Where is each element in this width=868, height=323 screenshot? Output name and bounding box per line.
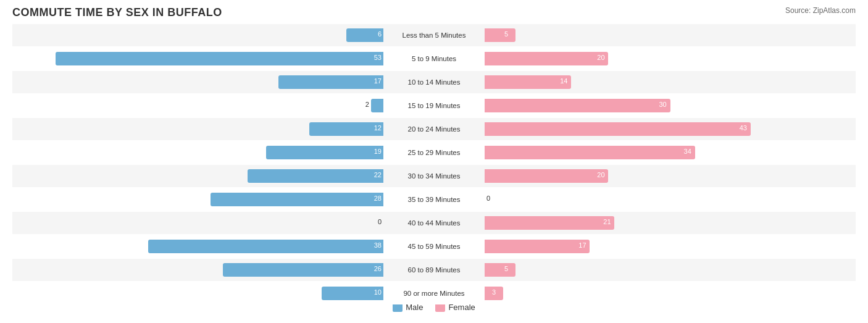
male-value: 19 (374, 148, 383, 155)
female-bar (485, 52, 608, 65)
male-bar (223, 263, 383, 277)
male-value: 12 (374, 124, 383, 132)
female-value: 30 (659, 101, 667, 108)
row-label: 35 to 39 Minutes (385, 196, 483, 203)
chart-row: Less than 5 Minutes65 (12, 24, 856, 46)
row-label: 10 to 14 Minutes (385, 78, 483, 86)
male-bar (148, 240, 383, 253)
female-bar (485, 169, 608, 183)
female-value: 34 (684, 148, 691, 155)
male-bar (56, 52, 383, 65)
male-bar (371, 99, 383, 112)
female-bar (485, 240, 590, 253)
female-value: 5 (504, 30, 508, 38)
row-label: 30 to 34 Minutes (385, 172, 483, 180)
row-label: 15 to 19 Minutes (385, 102, 483, 109)
male-bar (278, 75, 383, 89)
chart-row: 30 to 34 Minutes2220 (12, 165, 856, 187)
male-value: 28 (374, 195, 383, 202)
row-label: 25 to 29 Minutes (385, 149, 483, 156)
chart-row: 45 to 59 Minutes3817 (12, 235, 856, 258)
male-value: 38 (374, 241, 383, 249)
male-bar (248, 169, 383, 183)
female-value: 14 (560, 77, 567, 85)
female-bar (485, 99, 670, 112)
chart-row: 5 to 9 Minutes5320 (12, 48, 856, 70)
female-bar (485, 122, 751, 136)
female-value: 0 (486, 195, 490, 202)
chart-row: 60 to 89 Minutes265 (12, 259, 856, 281)
chart-container: COMMUTE TIME BY SEX IN BUFFALO Source: Z… (0, 0, 868, 323)
bars-area: Less than 5 Minutes655 to 9 Minutes53201… (12, 24, 856, 290)
male-bar (266, 146, 383, 159)
row-label: 20 to 24 Minutes (385, 125, 483, 133)
female-value: 43 (740, 124, 747, 132)
row-label: 40 to 44 Minutes (385, 219, 483, 227)
female-bar (485, 263, 515, 277)
row-label: 90 or more Minutes (385, 290, 483, 297)
chart-row: 20 to 24 Minutes1243 (12, 118, 856, 140)
chart-row: 35 to 39 Minutes280 (12, 188, 856, 211)
chart-row: 40 to 44 Minutes021 (12, 212, 856, 234)
chart-row: 25 to 29 Minutes1934 (12, 141, 856, 164)
male-bar (309, 122, 383, 136)
male-value: 10 (374, 288, 383, 296)
row-label: Less than 5 Minutes (385, 31, 483, 39)
row-label: 60 to 89 Minutes (385, 266, 483, 274)
female-value: 17 (578, 241, 586, 249)
male-value: 53 (374, 54, 383, 61)
chart-row: 15 to 19 Minutes230 (12, 94, 856, 117)
male-value: 26 (374, 265, 383, 272)
female-value: 20 (597, 171, 604, 178)
female-value: 3 (492, 288, 496, 296)
female-value: 20 (597, 54, 604, 61)
female-value: 21 (603, 218, 611, 225)
female-bar (485, 216, 614, 230)
male-bar (211, 193, 383, 206)
row-label: 45 to 59 Minutes (385, 243, 483, 250)
male-value: 6 (378, 30, 383, 38)
male-value: 22 (374, 171, 383, 178)
male-value: 17 (374, 77, 383, 85)
female-value: 5 (504, 265, 508, 272)
male-value: 2 (365, 101, 371, 108)
chart-row: 90 or more Minutes103 (12, 282, 856, 304)
chart-title: COMMUTE TIME BY SEX IN BUFFALO (12, 6, 856, 19)
female-bar (485, 28, 515, 42)
chart-row: 10 to 14 Minutes1714 (12, 71, 856, 93)
female-bar (485, 146, 695, 159)
source-label: Source: ZipAtlas.com (785, 6, 856, 15)
row-label: 5 to 9 Minutes (385, 55, 483, 62)
male-value: 0 (378, 218, 382, 225)
female-bar (485, 75, 571, 89)
